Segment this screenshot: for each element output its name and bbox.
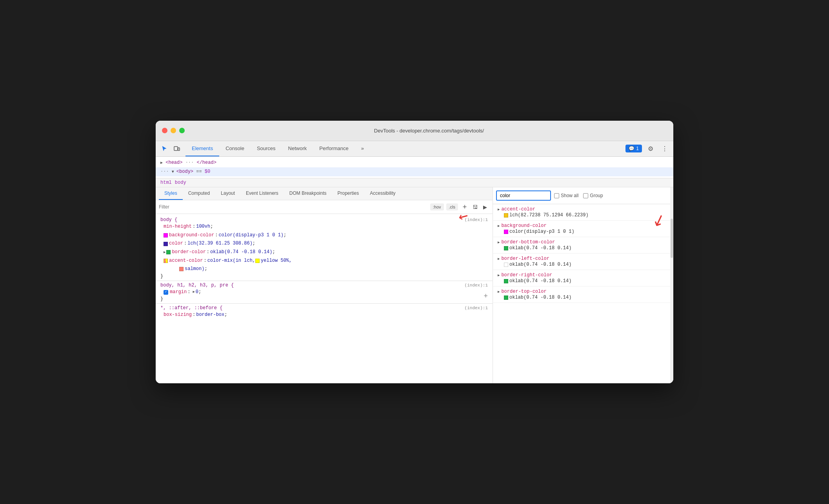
computed-expand-border-left-color[interactable]: ▶ (498, 257, 500, 261)
css-file-link-body-headings[interactable]: (index):1 (465, 283, 493, 288)
computed-value-border-left-color: oklab(0.74 -0.18 0.14) (509, 262, 571, 267)
tab-elements[interactable]: Elements (185, 141, 219, 156)
tab-computed[interactable]: Computed (183, 187, 215, 200)
close-button[interactable] (162, 128, 167, 133)
computed-prop-value-border-top-color: oklab(0.74 -0.18 0.14) (498, 295, 669, 300)
computed-swatch-border-bottom-color[interactable] (504, 246, 508, 250)
computed-swatch-border-top-color[interactable] (504, 296, 508, 300)
computed-expand-accent-color[interactable]: ▶ (498, 207, 500, 212)
css-prop-accent-color: accent-color : color-mix(in lch, yellow … (156, 257, 493, 274)
head-tag-close: </head> (196, 160, 216, 165)
css-selector-body[interactable]: body { (156, 217, 177, 223)
css-property-value-accent-salmon[interactable]: salmon) (185, 265, 204, 274)
css-property-name-color[interactable]: color (169, 239, 183, 248)
hov-button[interactable]: :hov (430, 203, 444, 210)
css-property-name-min-height[interactable]: min-height (164, 223, 192, 231)
group-checkbox-box[interactable] (583, 193, 588, 198)
toolbar-right: 💬 1 ⚙ ⋮ (625, 143, 670, 154)
scrollbar-thumb[interactable] (671, 219, 673, 258)
group-checkbox[interactable]: Group (583, 193, 603, 198)
dom-body-line[interactable]: ··· ▼ <body> == $0 (156, 167, 673, 176)
computed-item-accent-color-header: ▶ accent-color (498, 207, 669, 212)
chat-badge[interactable]: 💬 1 (625, 145, 642, 152)
accent-color-swatch[interactable] (164, 259, 168, 263)
cursor-icon[interactable] (159, 143, 170, 154)
show-all-label: Show all (561, 193, 578, 198)
expand-body-icon[interactable]: ▼ (172, 170, 176, 174)
show-all-checkbox-box[interactable] (554, 193, 559, 198)
css-property-name-bg[interactable]: background-color (169, 231, 214, 240)
tab-performance[interactable]: Performance (313, 141, 355, 156)
toolbar-tabs: Elements Console Sources Network Perform… (185, 141, 625, 156)
tab-network[interactable]: Network (282, 141, 313, 156)
tab-properties[interactable]: Properties (332, 187, 365, 200)
css-property-value-min-height[interactable]: 100vh (196, 223, 210, 231)
css-property-value-margin[interactable]: 0 (196, 288, 198, 297)
add-rule-button[interactable]: + (484, 292, 488, 300)
breadcrumb-body[interactable]: body (175, 180, 186, 185)
css-property-value-color[interactable]: lch(32.39 61.25 308.86) (187, 239, 253, 248)
tab-accessibility[interactable]: Accessibility (364, 187, 401, 200)
computed-swatch-accent-color[interactable] (504, 213, 508, 218)
computed-expand-border-top-color[interactable]: ▶ (498, 290, 500, 294)
settings-button[interactable]: ⚙ (645, 143, 656, 154)
computed-expand-border-bottom-color[interactable]: ▶ (498, 240, 500, 245)
cls-button[interactable]: .cls (446, 203, 458, 210)
css-selector-universal[interactable]: *, ::after, ::before { (156, 305, 222, 311)
computed-expand-border-right-color[interactable]: ▶ (498, 273, 500, 277)
tab-dom-breakpoints[interactable]: DOM Breakpoints (284, 187, 332, 200)
css-property-value-accent-color-2[interactable]: yellow 50%, (261, 257, 292, 265)
tab-sources[interactable]: Sources (251, 141, 282, 156)
computed-prop-name-border-left-color: border-left-color (501, 256, 549, 261)
color-swatch[interactable] (164, 242, 168, 246)
computed-expand-bg-color[interactable]: ▶ (498, 224, 500, 228)
computed-search-input[interactable] (496, 190, 551, 201)
dom-head-line: ▶ <head> ··· </head> (156, 158, 673, 167)
css-property-name-accent-color[interactable]: accent-color (169, 257, 203, 265)
new-style-rule-button[interactable]: 🖫 (471, 203, 479, 211)
tab-layout[interactable]: Layout (215, 187, 240, 200)
css-rule-universal-header: *, ::after, ::before { (index):1 (156, 305, 493, 311)
css-property-value-accent-color[interactable]: color-mix(in lch, (207, 257, 255, 265)
toggle-element-state-button[interactable]: ▶ (481, 203, 489, 211)
tab-event-listeners[interactable]: Event Listeners (240, 187, 284, 200)
computed-swatch-border-right-color[interactable] (504, 279, 508, 283)
filter-input[interactable] (159, 204, 428, 210)
breadcrumb-html[interactable]: html (160, 180, 172, 185)
add-style-button[interactable]: + (460, 203, 469, 211)
scrollbar[interactable] (670, 187, 673, 383)
computed-list: ▶ accent-color lch(82.7238 75.1294 66.22… (493, 204, 673, 383)
expand-head-icon[interactable]: ▶ (160, 161, 163, 165)
css-property-name-border-color[interactable]: border-color (172, 248, 205, 257)
css-file-link-body[interactable]: (index):1 (465, 218, 493, 222)
border-color-expand[interactable]: ▶ (164, 249, 165, 256)
css-selector-body-headings[interactable]: body, h1, h2, h3, p, pre { (156, 283, 234, 288)
tab-styles[interactable]: Styles (159, 187, 183, 200)
minimize-button[interactable] (171, 128, 176, 133)
css-property-value-border-color[interactable]: oklab(0.74 -0.18 0.14) (210, 248, 272, 257)
margin-checkbox[interactable]: ✓ (164, 290, 168, 295)
computed-prop-name-accent-color: accent-color (501, 207, 535, 212)
device-toggle-icon[interactable] (171, 143, 182, 154)
computed-prop-name-border-bottom-color: border-bottom-color (501, 239, 555, 245)
background-color-swatch[interactable] (164, 233, 168, 237)
more-menu-button[interactable]: ⋮ (659, 143, 670, 154)
computed-item-background-color: ▶ background-color color(display-p3 1 0 … (493, 221, 673, 237)
yellow-swatch[interactable] (255, 259, 260, 263)
css-property-value-box-sizing[interactable]: border-box (196, 311, 224, 319)
css-file-link-universal[interactable]: (index):1 (465, 306, 493, 310)
show-all-checkbox[interactable]: Show all (554, 193, 578, 198)
tab-more[interactable]: » (355, 141, 370, 156)
computed-swatch-bg-color[interactable] (504, 230, 508, 234)
css-property-name-box-sizing[interactable]: box-sizing (164, 311, 192, 319)
css-property-value-bg[interactable]: color(display-p3 1 0 1) (218, 231, 284, 240)
margin-expand[interactable]: ▶ (193, 289, 195, 295)
salmon-swatch[interactable] (179, 267, 184, 271)
tab-console[interactable]: Console (219, 141, 251, 156)
border-color-swatch[interactable] (166, 250, 171, 254)
maximize-button[interactable] (179, 128, 185, 133)
css-property-name-margin[interactable]: margin (170, 288, 187, 297)
computed-item-border-right-color-header: ▶ border-right-color (498, 272, 669, 278)
computed-swatch-border-left-color[interactable] (504, 263, 508, 267)
main-content: Styles Computed Layout Event Listeners D… (156, 187, 673, 383)
